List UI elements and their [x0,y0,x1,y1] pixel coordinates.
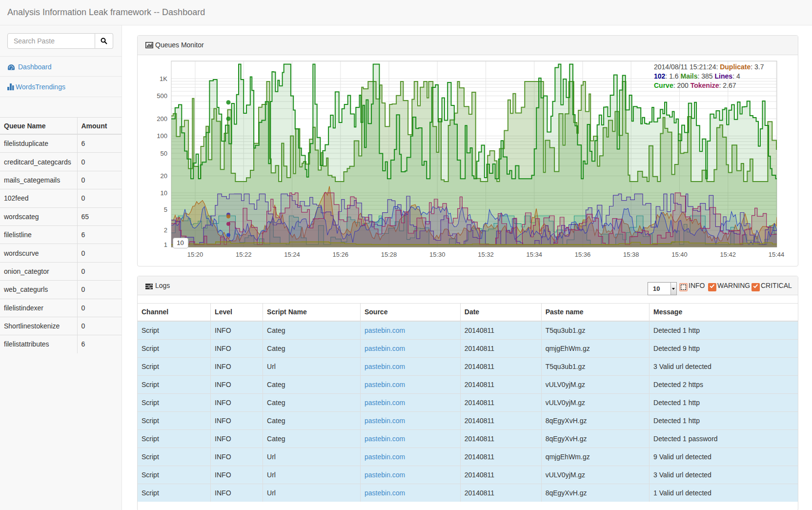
svg-text:15:22: 15:22 [236,251,252,258]
svg-text:2: 2 [164,226,167,234]
svg-text:15:32: 15:32 [478,251,494,258]
svg-text:15:30: 15:30 [429,251,446,258]
svg-text:20: 20 [161,172,167,180]
svg-text:50: 50 [161,150,167,157]
svg-text:15:20: 15:20 [187,251,203,258]
svg-text:200: 200 [157,115,167,122]
svg-text:500: 500 [157,92,167,100]
svg-text:15:44: 15:44 [769,251,785,258]
svg-text:15:24: 15:24 [284,251,300,258]
svg-text:15:38: 15:38 [623,251,639,258]
svg-text:15:28: 15:28 [381,251,397,258]
svg-text:15:34: 15:34 [527,251,543,258]
svg-text:1: 1 [164,241,167,248]
svg-text:15:26: 15:26 [333,251,349,258]
svg-text:1K: 1K [160,75,167,82]
svg-text:10: 10 [161,189,167,197]
svg-text:100: 100 [157,132,167,140]
svg-text:5: 5 [164,206,167,213]
svg-text:15:42: 15:42 [720,251,736,258]
svg-text:15:36: 15:36 [575,251,591,258]
svg-text:15:40: 15:40 [671,251,688,258]
